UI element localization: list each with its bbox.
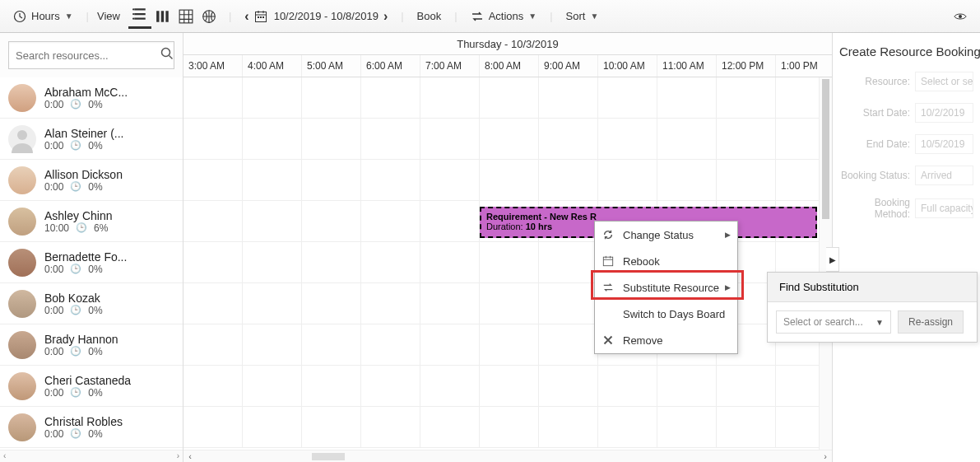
view-globe-button[interactable] <box>197 4 221 29</box>
avatar <box>8 125 36 153</box>
separator: | <box>229 10 231 22</box>
svg-rect-10 <box>258 16 259 18</box>
hours-dropdown[interactable]: Hours ▼ <box>8 7 78 26</box>
avatar <box>8 84 36 112</box>
status-field[interactable]: Arrived <box>915 166 973 185</box>
visibility-button[interactable] <box>949 7 972 26</box>
time-col: 4:00 AM <box>243 55 302 77</box>
search-input[interactable] <box>9 49 160 62</box>
avatar <box>8 331 36 359</box>
scroll-right-icon[interactable]: › <box>819 451 832 461</box>
start-date-field[interactable]: 10/2/2019 <box>915 103 973 123</box>
clock-icon: 🕒 <box>70 99 81 110</box>
substitution-select[interactable]: Select or search... ▼ <box>776 310 891 334</box>
clock-icon: 🕒 <box>70 387 81 398</box>
resource-row[interactable]: Christal Robles0:00🕒0% <box>0 407 183 448</box>
time-col: 12:00 PM <box>717 55 776 77</box>
menu-change-status[interactable]: Change Status <box>595 222 737 248</box>
time-col: 5:00 AM <box>302 55 361 77</box>
field-label: Booking Method: <box>839 197 910 220</box>
view-list-button[interactable] <box>128 4 151 29</box>
svg-rect-4 <box>156 11 159 22</box>
scroll-thumb[interactable] <box>312 453 345 460</box>
substitution-flyout: Find Substitution Select or search... ▼ … <box>767 272 978 343</box>
resource-row[interactable]: Bob Kozak0:00🕒0% <box>0 283 183 324</box>
separator: | <box>86 10 89 22</box>
field-label: Booking Status: <box>839 170 910 181</box>
eye-icon <box>954 10 967 23</box>
actions-dropdown[interactable]: Actions ▼ <box>466 7 542 26</box>
search-icon[interactable] <box>160 47 174 63</box>
calendar-icon <box>254 10 267 23</box>
panel-collapse-button[interactable]: ▶ <box>826 247 839 272</box>
avatar <box>8 372 36 400</box>
actions-label: Actions <box>489 10 524 22</box>
resource-row[interactable]: Ashley Chinn10:00🕒6% <box>0 201 183 242</box>
avatar <box>8 208 36 236</box>
book-button[interactable]: Book <box>412 7 447 26</box>
svg-rect-12 <box>262 16 264 18</box>
separator: | <box>454 10 457 22</box>
sort-dropdown[interactable]: Sort ▼ <box>561 7 604 26</box>
resource-row[interactable]: Allison Dickson0:00🕒0% <box>0 160 183 201</box>
caret-down-icon: ▼ <box>590 12 598 21</box>
reassign-button[interactable]: Re-assign <box>898 310 964 334</box>
clock-icon: 🕒 <box>70 428 81 439</box>
caret-down-icon: ▼ <box>528 12 536 21</box>
svg-point-1 <box>132 8 134 10</box>
date-range-picker[interactable]: 10/2/2019 - 10/8/2019 <box>254 10 379 23</box>
svg-rect-11 <box>260 16 262 18</box>
clock-icon: 🕒 <box>76 222 87 233</box>
sort-label: Sort <box>566 10 586 22</box>
resource-name: Bernadette Fo... <box>44 250 174 264</box>
svg-point-15 <box>17 130 27 140</box>
menu-substitute-resource[interactable]: Substitute Resource <box>595 274 737 301</box>
blank-icon <box>601 307 615 320</box>
resource-row[interactable]: Alan Steiner (...0:00🕒0% <box>0 119 183 160</box>
time-col: 9:00 AM <box>539 55 598 77</box>
clock-icon: 🕒 <box>70 181 81 192</box>
method-field[interactable]: Full capacity <box>915 198 973 218</box>
end-date-field[interactable]: 10/5/2019 <box>915 134 973 154</box>
view-grid-button[interactable] <box>174 4 197 29</box>
menu-rebook[interactable]: Rebook <box>595 248 737 274</box>
left-hscrollbar[interactable]: ‹ › <box>0 450 183 462</box>
separator: | <box>550 10 552 22</box>
view-columns-button[interactable] <box>151 4 174 29</box>
clock-icon: 🕒 <box>70 305 81 315</box>
svg-rect-5 <box>161 11 164 22</box>
resource-row[interactable]: Bernadette Fo...0:00🕒0% <box>0 242 183 283</box>
svg-rect-6 <box>165 11 168 22</box>
create-booking-panel: Create Resource Booking Resource:Select … <box>832 33 980 462</box>
panel-title: Create Resource Booking <box>839 44 973 58</box>
date-prev-button[interactable]: ‹ <box>239 6 253 27</box>
time-header: 3:00 AM 4:00 AM 5:00 AM 6:00 AM 7:00 AM … <box>183 55 832 77</box>
resource-row[interactable]: Brady Hannon0:00🕒0% <box>0 324 183 366</box>
avatar <box>8 249 36 277</box>
view-label: View <box>97 10 120 22</box>
scroll-thumb[interactable] <box>822 79 829 219</box>
resource-row[interactable]: Cheri Castaneda0:00🕒0% <box>0 366 183 407</box>
clock-icon: 🕒 <box>70 140 81 151</box>
caret-down-icon: ▼ <box>875 318 884 327</box>
context-menu: Change Status Rebook Substitute Resource… <box>594 221 738 354</box>
avatar <box>8 413 36 441</box>
caret-down-icon: ▼ <box>65 12 73 21</box>
field-label: Start Date: <box>839 107 910 119</box>
menu-remove[interactable]: Remove <box>595 327 737 353</box>
calendar-icon <box>601 254 615 268</box>
center-hscrollbar[interactable]: ‹ › <box>183 450 832 462</box>
svg-point-3 <box>132 17 134 19</box>
search-input-wrap[interactable] <box>8 41 174 69</box>
time-col: 1:00 PM <box>776 55 832 77</box>
scroll-left-icon[interactable]: ‹ <box>183 451 197 461</box>
date-next-button[interactable]: › <box>379 6 392 27</box>
menu-switch-board[interactable]: Switch to Days Board <box>595 301 737 327</box>
resource-field[interactable]: Select or sear <box>915 72 973 91</box>
refresh-icon <box>601 228 615 241</box>
resource-name: Bob Kozak <box>44 292 174 305</box>
resource-row[interactable]: Abraham McC...0:00🕒0% <box>0 77 183 119</box>
flyout-tab[interactable]: Find Substitution <box>768 273 977 302</box>
main-area: Abraham McC...0:00🕒0% Alan Steiner (...0… <box>0 33 980 462</box>
avatar <box>8 290 36 318</box>
